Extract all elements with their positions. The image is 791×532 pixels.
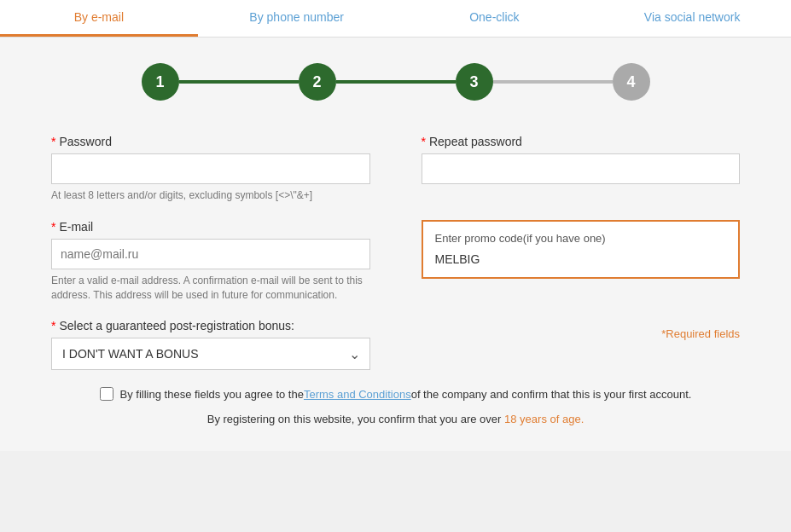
email-promo-row: *E-mail Enter a valid e-mail address. A … <box>51 220 740 303</box>
repeat-password-label: *Repeat password <box>422 135 741 148</box>
step-4: 4 <box>613 63 650 101</box>
terms-text-before: By filling these fields you agree to the <box>120 388 304 401</box>
terms-row: By filling these fields you agree to the… <box>51 387 740 401</box>
step-1: 1 <box>142 63 179 101</box>
tab-oneclick[interactable]: One-click <box>396 0 594 37</box>
promo-group: Enter promo code(if you have one) <box>422 220 741 303</box>
step-line-3-4 <box>493 80 613 84</box>
step-2: 2 <box>299 63 336 101</box>
bonus-label: *Select a guaranteed post-registration b… <box>51 319 370 332</box>
repeat-password-required-star: * <box>422 135 426 148</box>
tab-phone[interactable]: By phone number <box>198 0 396 37</box>
repeat-password-group: *Repeat password <box>422 135 741 203</box>
password-row: *Password At least 8 letters and/or digi… <box>51 135 740 203</box>
step-line-1-2 <box>179 80 299 84</box>
bonus-select[interactable]: I DON'T WANT A BONUS 100% Welcome Bonus … <box>51 338 370 370</box>
age-row: By registering on this website, you conf… <box>51 413 740 425</box>
repeat-password-input[interactable] <box>422 153 741 184</box>
password-label: *Password <box>51 135 370 148</box>
tab-email[interactable]: By e-mail <box>0 0 198 37</box>
age-highlight: 18 years of age. <box>504 413 584 425</box>
tab-bar: By e-mail By phone number One-click Via … <box>0 0 791 38</box>
email-hint: Enter a valid e-mail address. A confirma… <box>51 274 370 303</box>
terms-text-after: of the company and confirm that this is … <box>411 388 692 401</box>
promo-input[interactable] <box>435 252 727 266</box>
email-required-star: * <box>51 220 55 234</box>
password-hint: At least 8 letters and/or digits, exclud… <box>51 188 370 203</box>
password-group: *Password At least 8 letters and/or digi… <box>51 135 370 203</box>
bonus-group: *Select a guaranteed post-registration b… <box>51 319 370 370</box>
step-line-2-3 <box>336 80 456 84</box>
tab-social[interactable]: Via social network <box>593 0 791 37</box>
stepper: 1 2 3 4 <box>51 63 740 101</box>
promo-box: Enter promo code(if you have one) <box>422 220 741 279</box>
required-fields-text: *Required fields <box>422 319 741 340</box>
bonus-required-star: * <box>51 319 55 332</box>
terms-link[interactable]: Terms and Conditions <box>304 388 411 401</box>
bonus-select-wrapper: I DON'T WANT A BONUS 100% Welcome Bonus … <box>51 338 370 370</box>
password-required-star: * <box>51 135 55 148</box>
email-label: *E-mail <box>51 220 370 234</box>
step-3: 3 <box>456 63 493 101</box>
email-input[interactable] <box>51 239 370 269</box>
email-group: *E-mail Enter a valid e-mail address. A … <box>51 220 370 303</box>
age-text-before: By registering on this website, you conf… <box>207 413 504 425</box>
password-input[interactable] <box>51 153 370 184</box>
main-content: 1 2 3 4 *Password At least 8 letters and… <box>0 38 791 451</box>
promo-label: Enter promo code(if you have one) <box>435 232 727 245</box>
terms-checkbox[interactable] <box>100 387 113 401</box>
bonus-row: *Select a guaranteed post-registration b… <box>51 319 740 370</box>
